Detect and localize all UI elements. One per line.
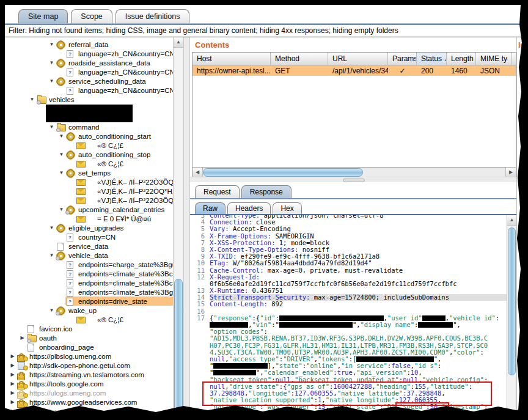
- tab-raw[interactable]: Raw: [195, 202, 226, 214]
- tree-item-label: eligible_upgrades: [68, 224, 123, 232]
- panel-divider-vertical[interactable]: [183, 37, 190, 419]
- chevron-right-icon[interactable]: ▶: [9, 372, 16, 377]
- tree-item[interactable]: ▼upcoming_calendar_entries: [5, 205, 174, 214]
- chevron-down-icon[interactable]: ▼: [57, 207, 65, 212]
- chevron-right-icon[interactable]: ▶: [9, 399, 16, 405]
- line-text: X-XSS-Protection: 1; mode=block: [210, 240, 516, 246]
- line-number: [190, 328, 210, 335]
- tree-item[interactable]: ▼roadside_assistance_data: [5, 58, 174, 67]
- tree-item[interactable]: ▼auto_conditioning_start: [5, 131, 174, 141]
- chevron-right-icon[interactable]: ▶: [9, 363, 16, 368]
- tree-item-redacted[interactable]: [5, 104, 174, 122]
- response-scrollbar-thumb[interactable]: [508, 227, 516, 375]
- chevron-down-icon[interactable]: ▼: [57, 170, 65, 175]
- tree-item-content: language=zh_CN&country=CN: [65, 86, 174, 95]
- tree-item[interactable]: «VJ)Ê,K– /IÍ–P²22Ò3ÕQ: [5, 196, 174, 205]
- tree-item[interactable]: endpoints=charge_state%3Bgu: [5, 260, 174, 269]
- tree-scrollbar[interactable]: ▲: [173, 37, 183, 419]
- chevron-right-icon[interactable]: ▶: [9, 381, 16, 386]
- tree-item[interactable]: ▶https://tools.google.com: [5, 379, 174, 388]
- column-header-host[interactable]: Host: [193, 53, 271, 65]
- sitemap-filter-bar[interactable]: Filter: Hiding not found items; hiding C…: [5, 25, 523, 37]
- scroll-right-arrow-icon[interactable]: ▶: [505, 168, 516, 177]
- tree-scrollbar-thumb[interactable]: [174, 279, 183, 418]
- table-row[interactable]: https://owner-api.tesl...GET/api/1/vehic…: [193, 65, 516, 76]
- tab-issue-definitions[interactable]: Issue definitions: [116, 9, 190, 23]
- chevron-right-icon[interactable]: ▶: [9, 408, 16, 414]
- column-header-params[interactable]: Params: [388, 53, 417, 65]
- scroll-up-arrow-icon[interactable]: ▲: [507, 215, 516, 226]
- tree-item[interactable]: ▶http://sdk-open-phone.getui.com: [5, 361, 174, 370]
- tree-item[interactable]: ▶https://www.gstatic.com: [5, 407, 174, 416]
- tree-item[interactable]: endpoints=climate_state%3Bgu: [5, 287, 174, 297]
- tree-item[interactable]: ▼set_temps: [5, 168, 174, 177]
- tree-item[interactable]: language=zh_CN&country=CN: [5, 67, 174, 76]
- tree-item[interactable]: language=zh_CN&country=CN: [5, 86, 174, 95]
- tree-item[interactable]: endpoints=drive_state: [5, 297, 174, 306]
- qfile-icon: [67, 297, 76, 305]
- tree-item[interactable]: «VJ)Ê,K– /IÍ–P²22Ò3ÕQ: [5, 177, 174, 186]
- tree-item-content: endpoints=climate_state%3Bch: [65, 278, 174, 287]
- tree-item[interactable]: = Ë 0 E¥Ì* Ú@¤ú: [5, 214, 174, 223]
- tree-item[interactable]: ▶https://ulogs.umeng.com: [5, 388, 174, 397]
- tree-item[interactable]: endpoints=climate_state%3Bch: [5, 269, 174, 278]
- tree-item[interactable]: ▶oauth: [5, 333, 174, 342]
- tree-item[interactable]: «VJ)Ê,K– /IÍ–P²22ÒQ*H,: [5, 186, 174, 196]
- tab-headers[interactable]: Headers: [227, 202, 271, 214]
- column-header-status[interactable]: Status ▲: [417, 53, 447, 65]
- chevron-down-icon[interactable]: ▼: [57, 152, 65, 157]
- tree-item[interactable]: ▼referral_data: [5, 40, 174, 49]
- column-header-url[interactable]: URL: [328, 53, 388, 65]
- scroll-up-arrow-icon[interactable]: ▲: [174, 37, 183, 48]
- tree-item[interactable]: ▶https://www.tesla.cn: [5, 416, 174, 419]
- chevron-down-icon[interactable]: ▼: [28, 97, 36, 102]
- tree-item[interactable]: favicon.ico: [5, 324, 174, 333]
- tree-item[interactable]: ▶https://plbslog.umeng.com: [5, 352, 174, 361]
- tree-item[interactable]: ▼service_scheduling_data: [5, 76, 174, 86]
- response-scrollbar[interactable]: ▲: [507, 215, 516, 419]
- scroll-left-arrow-icon[interactable]: ◀: [193, 168, 203, 177]
- tab-scope[interactable]: Scope: [71, 9, 112, 23]
- tree-item[interactable]: ▼vehicles: [5, 95, 174, 104]
- tab-hex[interactable]: Hex: [273, 202, 301, 214]
- tree-item[interactable]: «® C¿¦£: [5, 159, 174, 168]
- tree-item[interactable]: ▶https://www.googleadservices.com: [5, 397, 174, 407]
- column-header-method[interactable]: Method: [271, 53, 328, 65]
- tab-site-map[interactable]: Site map: [18, 9, 68, 23]
- tree-item[interactable]: ▶https://streaming.vn.teslamotors.com: [5, 370, 174, 379]
- tree-item[interactable]: ▼vehicle_data: [5, 251, 174, 260]
- chevron-right-icon[interactable]: ▶: [9, 390, 16, 396]
- chevron-right-icon[interactable]: ▶: [9, 418, 16, 419]
- chevron-down-icon[interactable]: ▼: [48, 42, 56, 47]
- tree-item[interactable]: language=zh_CN&country=CN: [5, 49, 174, 58]
- chevron-right-icon[interactable]: ▶: [9, 353, 16, 359]
- chevron-down-icon[interactable]: ▼: [48, 124, 56, 130]
- redaction-box: [46, 105, 133, 122]
- response-raw-view[interactable]: 3Content-Type: application/json; charset…: [190, 215, 516, 419]
- tree-item[interactable]: «® C¿¦£: [5, 315, 174, 324]
- column-header-length[interactable]: Length: [447, 53, 476, 65]
- tree-item[interactable]: ▼wake_up: [5, 306, 174, 315]
- tab-response[interactable]: Response: [241, 185, 292, 198]
- chevron-down-icon[interactable]: ▼: [57, 133, 65, 139]
- chevron-down-icon[interactable]: ▼: [48, 308, 56, 313]
- tab-request[interactable]: Request: [195, 185, 240, 198]
- chevron-down-icon[interactable]: ▼: [48, 60, 56, 65]
- chevron-down-icon[interactable]: ▼: [48, 252, 56, 258]
- tree-item-content: «® C¿¦£: [75, 315, 125, 324]
- column-header-mime-ty[interactable]: MIME ty: [476, 53, 512, 65]
- tree-item[interactable]: country=CN: [5, 232, 174, 241]
- tree-item[interactable]: endpoints=climate_state%3Bch: [5, 278, 174, 287]
- tree-item[interactable]: ▼auto_conditioning_stop: [5, 150, 174, 159]
- tree-item[interactable]: «® C¿¦£: [5, 141, 174, 150]
- chevron-down-icon[interactable]: ▼: [48, 78, 56, 84]
- split-divider-horizontal[interactable]: [190, 177, 516, 182]
- tree-item[interactable]: service_data: [5, 241, 174, 251]
- tree-item[interactable]: ▼eligible_upgrades: [5, 223, 174, 232]
- tree-item[interactable]: ▼command: [5, 122, 174, 131]
- chevron-down-icon[interactable]: ▼: [48, 225, 56, 230]
- contents-hscrollbar-thumb[interactable]: [203, 168, 363, 177]
- chevron-right-icon[interactable]: ▶: [18, 335, 26, 341]
- divider-grip[interactable]: [343, 179, 365, 182]
- tree-item[interactable]: onboarding_page: [5, 342, 174, 352]
